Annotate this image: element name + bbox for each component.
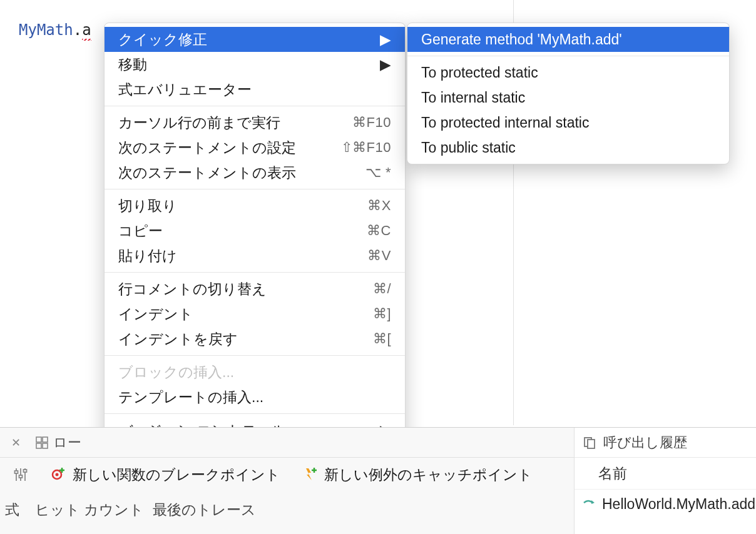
menu-item-shownext[interactable]: 次のステートメントの表示⌥ *: [105, 160, 405, 185]
column-header: 式: [5, 491, 35, 520]
tab-label: ロー: [53, 433, 81, 452]
svg-rect-2: [36, 443, 41, 448]
menu-item-label: 行コメントの切り替え: [118, 280, 373, 299]
svg-rect-18: [588, 440, 595, 448]
new-exception-catchpoint[interactable]: 新しい例外のキャッチポイント: [302, 465, 533, 485]
menu-item-runto[interactable]: カーソル行の前まで実行⌘F10: [105, 110, 405, 135]
call-entry-label: HelloWorld.MyMath.add(: [602, 496, 756, 513]
menu-item-label: コピー: [118, 221, 367, 241]
svg-marker-19: [591, 500, 595, 504]
menu-item-shortcut: ⌘V: [367, 248, 391, 264]
menu-item-instpl[interactable]: テンプレートの挿入...: [105, 385, 405, 410]
menu-item-label: To protected internal static: [421, 114, 715, 131]
grid-icon: [36, 436, 48, 449]
menu-item-label: To protected static: [421, 64, 715, 81]
column-header: 最後のトレース: [153, 491, 262, 520]
menu-item-eval[interactable]: 式エバリュエーター: [105, 77, 405, 102]
svg-point-11: [56, 473, 59, 476]
menu-item-label: 次のステートメントの設定: [118, 138, 341, 158]
menu-item-shortcut: ⌘/: [373, 281, 391, 297]
panel-title: 呼び出し履歴: [603, 433, 687, 452]
column-header: 名前: [575, 458, 756, 490]
column-header: ヒット カウント: [35, 491, 153, 520]
menu-item-togglecmt[interactable]: 行コメントの切り替え⌘/: [105, 276, 405, 301]
menu-item-shortcut: ⌘[: [373, 331, 391, 347]
menu-item-label: インデントを戻す: [118, 330, 373, 349]
svg-marker-14: [306, 468, 312, 480]
context-menu[interactable]: クイック修正▶移動▶式エバリュエーターカーソル行の前まで実行⌘F10次のステート…: [104, 23, 406, 447]
menu-item-protstatic[interactable]: To protected static: [407, 60, 729, 85]
menu-item-setnext[interactable]: 次のステートメントの設定⇧⌘F10: [105, 135, 405, 160]
menu-item-label: 切り取り: [118, 196, 367, 216]
toolbar-label: 新しい関数のブレークポイント: [73, 465, 280, 485]
menu-item-quickfix[interactable]: クイック修正▶: [105, 27, 405, 52]
menu-separator: [105, 272, 405, 273]
menu-item-label: 次のステートメントの表示: [118, 163, 365, 183]
menu-item-shortcut: ⌥ *: [365, 164, 391, 181]
toolbar-label: 新しい例外のキャッチポイント: [324, 465, 533, 485]
close-icon[interactable]: ✕: [11, 436, 21, 450]
menu-item-label: インデント: [118, 305, 373, 324]
quick-fix-submenu[interactable]: Generate method 'MyMath.add'To protected…: [407, 23, 730, 164]
sliders-icon[interactable]: [13, 466, 29, 483]
menu-item-label: 式エバリュエーター: [118, 80, 391, 99]
menu-item-label: 貼り付け: [118, 246, 367, 266]
new-function-breakpoint[interactable]: 新しい関数のブレークポイント: [50, 465, 280, 485]
menu-item-genmethod[interactable]: Generate method 'MyMath.add': [407, 27, 729, 52]
call-history-panel: 呼び出し履歴 名前 HelloWorld.MyMath.add(: [574, 428, 756, 534]
menu-item-label: 移動: [118, 55, 380, 74]
menu-item-label: To internal static: [421, 89, 715, 106]
menu-separator: [105, 189, 405, 189]
menu-item-copy[interactable]: コピー⌘C: [105, 218, 405, 243]
menu-item-shortcut: ⌘]: [373, 306, 391, 322]
svg-rect-7: [15, 471, 18, 473]
menu-item-navigate[interactable]: 移動▶: [105, 52, 405, 77]
svg-rect-1: [43, 437, 48, 442]
svg-rect-9: [24, 470, 27, 472]
menu-item-paste[interactable]: 貼り付け⌘V: [105, 243, 405, 268]
svg-rect-8: [19, 475, 23, 478]
call-history-row[interactable]: HelloWorld.MyMath.add(: [575, 490, 756, 513]
menu-item-intstatic[interactable]: To internal static: [407, 85, 729, 110]
menu-item-insblock: ブロックの挿入...: [105, 360, 405, 385]
token-error: a: [82, 21, 91, 39]
menu-item-indent[interactable]: インデント⌘]: [105, 301, 405, 326]
menu-item-label: カーソル行の前まで実行: [118, 113, 352, 133]
menu-item-cut[interactable]: 切り取り⌘X: [105, 193, 405, 218]
menu-item-label: To public static: [421, 139, 715, 156]
menu-item-shortcut: ⌘C: [367, 223, 391, 239]
menu-item-shortcut: ⌘X: [367, 198, 391, 214]
submenu-arrow-icon: ▶: [380, 56, 391, 73]
token-dot: .: [73, 21, 82, 39]
call-history-header[interactable]: 呼び出し履歴: [575, 428, 756, 458]
menu-item-shortcut: ⇧⌘F10: [341, 139, 391, 156]
menu-separator: [105, 413, 405, 414]
menu-item-protintstatic[interactable]: To protected internal static: [407, 110, 729, 135]
menu-item-label: Generate method 'MyMath.add': [421, 31, 715, 48]
submenu-arrow-icon: ▶: [380, 31, 391, 48]
menu-item-label: ブロックの挿入...: [118, 363, 391, 382]
menu-item-pubstatic[interactable]: To public static: [407, 135, 729, 160]
tab-unknown[interactable]: ✕: [4, 428, 28, 457]
menu-item-shortcut: ⌘F10: [352, 114, 391, 131]
history-icon: [583, 436, 603, 450]
menu-item-unindent[interactable]: インデントを戻す⌘[: [105, 326, 405, 351]
tab-locals[interactable]: ロー: [28, 428, 89, 457]
token-type: MyMath: [19, 21, 73, 39]
menu-separator: [407, 56, 729, 56]
menu-separator: [105, 355, 405, 356]
menu-item-label: テンプレートの挿入...: [118, 388, 391, 407]
svg-rect-0: [36, 437, 41, 442]
menu-item-label: クイック修正: [118, 30, 380, 49]
svg-rect-3: [43, 443, 48, 448]
code-line[interactable]: MyMath.a: [19, 21, 91, 39]
menu-separator: [105, 106, 405, 106]
